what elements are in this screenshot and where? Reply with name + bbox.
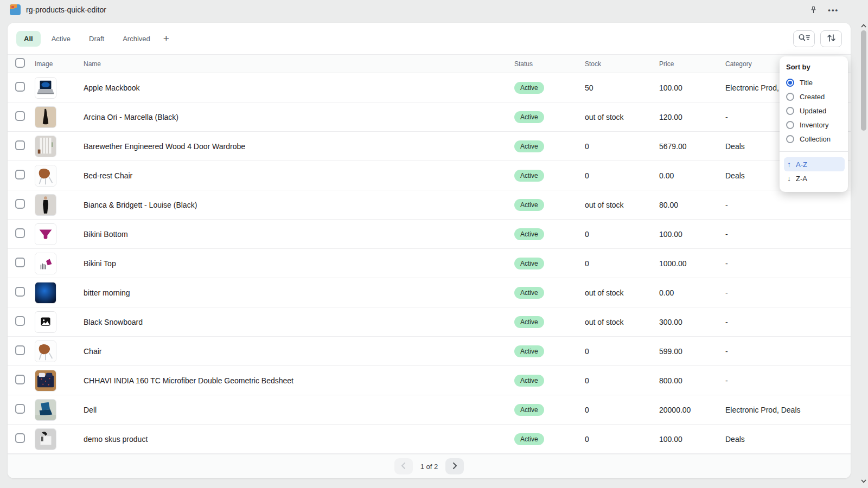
product-price[interactable]: 100.00 <box>659 84 725 92</box>
sort-option-title[interactable]: Title <box>786 75 843 89</box>
table-body: Apple Mackbook Active 50 100.00 Electron… <box>8 73 851 454</box>
bikini-top-thumbnail[interactable] <box>35 253 56 274</box>
product-stock[interactable]: 0 <box>585 230 659 239</box>
product-price[interactable]: 80.00 <box>659 201 725 209</box>
row-checkbox[interactable] <box>15 111 25 121</box>
product-name[interactable]: Chair <box>84 347 514 356</box>
product-stock[interactable]: 0 <box>585 406 659 414</box>
tab-all[interactable]: All <box>16 31 41 47</box>
app-favicon-icon <box>10 4 21 15</box>
vertical-scrollbar[interactable] <box>859 20 868 488</box>
dress-black-thumbnail[interactable] <box>35 106 56 128</box>
sort-option-inventory[interactable]: Inventory <box>786 118 843 132</box>
table-row: Chair Active 0 599.00 - <box>8 337 851 366</box>
product-name[interactable]: demo skus product <box>84 435 514 444</box>
status-badge: Active <box>514 287 544 299</box>
sort-direction-asc[interactable]: ↑ A-Z <box>784 157 845 171</box>
tab-archived[interactable]: Archived <box>115 31 158 47</box>
product-price[interactable]: 0.00 <box>659 171 725 180</box>
product-name[interactable]: Bikini Top <box>84 259 514 268</box>
status-badge: Active <box>514 228 544 240</box>
product-price[interactable]: 5679.00 <box>659 142 725 151</box>
product-price[interactable]: 599.00 <box>659 347 725 356</box>
pin-icon[interactable] <box>809 5 818 15</box>
product-name[interactable]: Dell <box>84 406 514 414</box>
product-category: Deals <box>725 435 851 444</box>
status-badge: Active <box>514 199 544 211</box>
row-checkbox[interactable] <box>15 375 25 384</box>
sort-option-collection[interactable]: Collection <box>786 132 843 146</box>
scrollbar-down-icon[interactable] <box>860 477 867 485</box>
row-checkbox[interactable] <box>15 345 25 355</box>
product-name[interactable]: CHHAVI INDIA 160 TC Microfiber Double Ge… <box>84 376 514 385</box>
product-stock[interactable]: out of stock <box>585 318 659 326</box>
sort-button[interactable] <box>820 30 842 47</box>
tab-draft[interactable]: Draft <box>81 31 112 47</box>
sort-option-created[interactable]: Created <box>786 89 843 104</box>
product-stock[interactable]: 50 <box>585 84 659 92</box>
product-name[interactable]: Bikini Bottom <box>84 230 514 239</box>
radio-icon <box>786 121 794 129</box>
product-name[interactable]: Bianca & Bridgett - Louise (Black) <box>84 201 514 209</box>
laptop-dark-thumbnail[interactable] <box>35 77 56 99</box>
next-page-button[interactable] <box>445 458 464 474</box>
product-name[interactable]: bitter morning <box>84 288 514 297</box>
row-checkbox[interactable] <box>15 287 25 297</box>
search-filter-button[interactable] <box>793 30 815 47</box>
select-all-checkbox[interactable] <box>15 58 25 68</box>
product-stock[interactable]: 0 <box>585 376 659 385</box>
sort-popover-title: Sort by <box>786 63 843 71</box>
add-view-button[interactable]: + <box>158 31 175 46</box>
product-stock[interactable]: 0 <box>585 142 659 151</box>
laptop-blue-thumbnail[interactable] <box>35 399 56 421</box>
product-category: - <box>725 376 851 385</box>
products-panel: AllActiveDraftArchived + Image Name Stat… <box>8 23 851 478</box>
product-price[interactable]: 1000.00 <box>659 259 725 268</box>
bedsheet-thumbnail[interactable] <box>35 370 56 391</box>
product-price[interactable]: 120.00 <box>659 113 725 121</box>
bikini-bottom-thumbnail[interactable] <box>35 223 56 245</box>
sort-direction-desc[interactable]: ↓ Z-A <box>784 171 845 185</box>
product-name[interactable]: Barewether Engineered Wood 4 Door Wardro… <box>84 142 514 151</box>
row-checkbox[interactable] <box>15 316 25 326</box>
product-price[interactable]: 800.00 <box>659 376 725 385</box>
product-name[interactable]: Apple Mackbook <box>84 84 514 92</box>
row-checkbox[interactable] <box>15 140 25 150</box>
product-price[interactable]: 20000.00 <box>659 406 725 414</box>
product-name[interactable]: Bed-rest Chair <box>84 171 514 180</box>
row-checkbox[interactable] <box>15 404 25 414</box>
wardrobe-thumbnail[interactable] <box>35 136 56 157</box>
image-placeholder-thumbnail[interactable] <box>35 311 56 333</box>
chair-brown-thumbnail[interactable] <box>35 341 56 362</box>
row-checkbox[interactable] <box>15 258 25 267</box>
product-name[interactable]: Arcina Ori - Marcella (Black) <box>84 113 514 121</box>
blue-square-thumbnail[interactable] <box>35 282 56 304</box>
product-stock[interactable]: 0 <box>585 259 659 268</box>
product-price[interactable]: 300.00 <box>659 318 725 326</box>
scrollbar-thumb[interactable] <box>861 30 866 131</box>
more-options-icon[interactable]: ••• <box>828 6 839 14</box>
product-stock[interactable]: out of stock <box>585 201 659 209</box>
product-stock[interactable]: 0 <box>585 435 659 444</box>
product-price[interactable]: 100.00 <box>659 230 725 239</box>
tab-active[interactable]: Active <box>44 31 78 47</box>
figure-black-thumbnail[interactable] <box>35 194 56 216</box>
product-name[interactable]: Black Snowboard <box>84 318 514 326</box>
row-checkbox[interactable] <box>15 199 25 209</box>
sort-option-updated[interactable]: Updated <box>786 104 843 118</box>
status-badge: Active <box>514 140 544 152</box>
product-stock[interactable]: 0 <box>585 347 659 356</box>
row-checkbox[interactable] <box>15 82 25 92</box>
row-checkbox[interactable] <box>15 433 25 443</box>
scrollbar-up-icon[interactable] <box>860 22 867 29</box>
product-stock[interactable]: out of stock <box>585 113 659 121</box>
previous-page-button[interactable] <box>394 458 413 474</box>
product-stock[interactable]: 0 <box>585 171 659 180</box>
row-checkbox[interactable] <box>15 228 25 238</box>
product-stock[interactable]: out of stock <box>585 288 659 297</box>
product-price[interactable]: 0.00 <box>659 288 725 297</box>
row-checkbox[interactable] <box>15 170 25 179</box>
gray-item-thumbnail[interactable] <box>35 428 56 450</box>
product-price[interactable]: 100.00 <box>659 435 725 444</box>
chair-brown-thumbnail[interactable] <box>35 165 56 187</box>
